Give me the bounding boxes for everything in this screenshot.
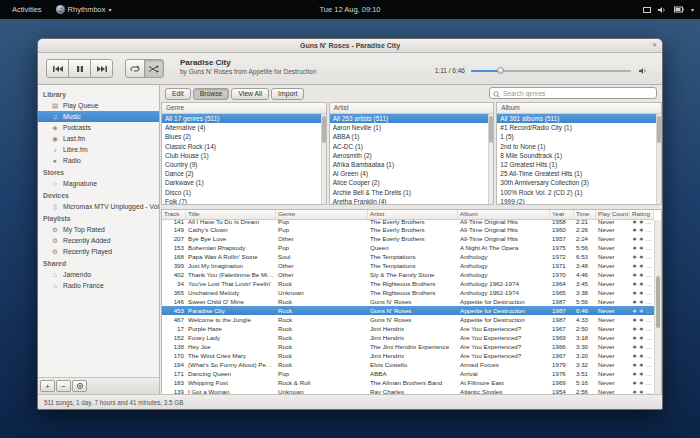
cell-rating[interactable]: ∗∗∗∗∗ — [630, 235, 654, 242]
view-all-button[interactable]: View All — [231, 88, 269, 100]
sidebar-item-recently-added[interactable]: ⚙Recently Added — [38, 235, 159, 246]
cell-rating[interactable]: ∗∗∗∗∗ — [630, 352, 654, 359]
cell-rating[interactable]: ∗∗∗∗∗ — [630, 343, 654, 350]
browser-row[interactable]: Aretha Franklin (4) — [330, 197, 489, 205]
sidebar-item-recently-played[interactable]: ⚙Recently Played — [38, 246, 159, 257]
track-row[interactable]: 168Papa Was A Rollin' StoneSoulThe Tempt… — [162, 252, 654, 261]
sidebar-item-play-queue[interactable]: ▤Play Queue — [38, 100, 159, 111]
cell-rating[interactable]: ∗∗∗∗∗ — [630, 325, 654, 332]
shuffle-button[interactable] — [144, 59, 164, 78]
browser-row[interactable]: Afrika Bambaataa (1) — [330, 160, 489, 169]
column-header-title[interactable]: Title — [186, 210, 276, 219]
repeat-button[interactable] — [125, 59, 145, 78]
sidebar-item-jamendo[interactable]: ⌂Jamendo — [38, 269, 159, 280]
sidebar-item-radio[interactable]: ●Radio — [38, 155, 159, 166]
cell-rating[interactable]: ∗∗∗∗∗ — [630, 244, 654, 251]
browser-row[interactable]: 30th Anniversary Collection (3) — [497, 178, 656, 187]
properties-button[interactable] — [72, 380, 87, 392]
volume-icon[interactable] — [658, 6, 667, 14]
previous-button[interactable] — [46, 59, 69, 78]
browser-pane-scrollbar[interactable] — [488, 114, 493, 204]
sidebar-item-radio-france[interactable]: ⌂Radio France — [38, 280, 159, 291]
app-menu[interactable]: ♫ Rhythmbox ▾ — [56, 5, 112, 14]
import-button[interactable]: Import — [271, 88, 304, 100]
browser-row[interactable]: Club House (1) — [162, 151, 321, 160]
browser-row[interactable]: Classic Rock (14) — [162, 142, 321, 151]
sidebar-item-last-fm[interactable]: ◉Last.fm — [38, 133, 159, 144]
sidebar-item-podcasts[interactable]: ◈Podcasts — [38, 122, 159, 133]
track-row[interactable]: 453Paradise CityRockGuns N' RosesAppetit… — [162, 306, 654, 315]
column-header-track[interactable]: Track — [162, 210, 186, 219]
track-row[interactable]: 399Just My ImaginationOtherThe Temptatio… — [162, 261, 654, 270]
browser-pane-scrollbar[interactable] — [321, 114, 326, 204]
browser-row[interactable]: Dance (2) — [162, 169, 321, 178]
browser-pane-scrollbar[interactable] — [656, 114, 661, 204]
track-row[interactable]: 149Cathy's ClownPopThe Everly BrothersAl… — [162, 225, 654, 234]
sidebar-item-magnatune[interactable]: ○Magnatune — [38, 178, 159, 189]
column-header-album[interactable]: Album — [458, 210, 550, 219]
track-row[interactable]: 152Foxey LadyRockJimi HendrixAre You Exp… — [162, 333, 654, 342]
browser-row[interactable]: 25 All-Time Greatest Hits (1) — [497, 169, 656, 178]
close-window-button[interactable]: × — [652, 40, 657, 49]
track-row[interactable]: 139I Got a WomanUnknownRay CharlesAtlant… — [162, 387, 654, 394]
browser-row[interactable]: All 253 artists (511) — [330, 114, 489, 123]
track-table-header[interactable]: TrackTitleGenreArtistAlbumYearTimePlay C… — [162, 210, 654, 220]
track-row[interactable]: 402Thank You (Falettinme Be Mice Elf Ag.… — [162, 270, 654, 279]
pause-button[interactable] — [68, 59, 91, 78]
scrollbar-thumb[interactable] — [656, 276, 660, 328]
sidebar-item-my-top-rated[interactable]: ⚙My Top Rated — [38, 224, 159, 235]
track-row[interactable]: 17Purple HazeRockJimi HendrixAre You Exp… — [162, 324, 654, 333]
add-playlist-button[interactable]: + — [40, 380, 55, 392]
cell-rating[interactable]: ∗∗∗∗∗ — [630, 280, 654, 287]
search-box[interactable] — [489, 87, 657, 99]
track-row[interactable]: 467Welcome to the JungleRockGuns N' Rose… — [162, 315, 654, 324]
browser-row[interactable]: Blues (2) — [162, 132, 321, 141]
column-header-year[interactable]: Year — [550, 210, 574, 219]
browse-button[interactable]: Browse — [193, 88, 230, 100]
browser-row[interactable]: ABBA (1) — [330, 132, 489, 141]
browser-row[interactable]: 1 (5) — [497, 132, 656, 141]
browser-row[interactable]: All 361 albums (511) — [497, 114, 656, 123]
cell-rating[interactable]: ∗∗∗∗∗ — [630, 307, 654, 314]
browser-row[interactable]: 8 Mile Soundtrack (1) — [497, 151, 656, 160]
window-switcher-icon[interactable] — [643, 6, 651, 14]
browser-row[interactable]: 1999 (2) — [497, 197, 656, 205]
seek-slider[interactable] — [471, 66, 631, 75]
cell-rating[interactable]: ∗∗∗∗∗ — [630, 262, 654, 269]
browser-row[interactable]: 2nd to None (1) — [497, 142, 656, 151]
track-row[interactable]: 183Whipping PostRock & RollThe Allman Br… — [162, 378, 654, 387]
browser-row[interactable]: Country (9) — [162, 160, 321, 169]
browser-row[interactable]: AC-DC (1) — [330, 142, 489, 151]
window-titlebar[interactable]: Guns N' Roses - Paradise City × — [38, 39, 662, 53]
browser-row[interactable]: Al Green (4) — [330, 169, 489, 178]
search-input[interactable] — [503, 90, 653, 97]
system-menu-chevron-icon[interactable]: ▾ — [691, 6, 694, 13]
browser-row[interactable]: #1 Record/Radio City (1) — [497, 123, 656, 132]
cell-rating[interactable]: ∗∗∗∗∗ — [630, 226, 654, 233]
edit-button[interactable]: Edit — [165, 88, 191, 100]
track-row[interactable]: 170The Wind Cries MaryRockJimi HendrixAr… — [162, 351, 654, 360]
battery-icon[interactable] — [674, 6, 684, 13]
browser-row[interactable]: Aerosmith (2) — [330, 151, 489, 160]
cell-rating[interactable]: ∗∗∗∗∗ — [630, 334, 654, 341]
sidebar-item-music[interactable]: ♫Music — [38, 111, 159, 122]
browser-row[interactable]: Folk (7) — [162, 197, 321, 205]
column-header-artist[interactable]: Artist — [368, 210, 458, 219]
browser-row[interactable]: Alice Cooper (2) — [330, 178, 489, 187]
remove-playlist-button[interactable]: − — [56, 380, 71, 392]
sidebar-item-libre-fm[interactable]: ♪Libre.fm — [38, 144, 159, 155]
clock[interactable]: Tue 12 Aug, 09:10 — [319, 0, 380, 19]
browser-row[interactable]: Aaron Neville (1) — [330, 123, 489, 132]
sidebar-item-micromax-mtv-unplugged-vol-1[interactable]: ▯Micromax MTV Unplugged - Vol. 1 — [38, 201, 159, 212]
cell-rating[interactable]: ∗∗∗∗∗ — [630, 316, 654, 323]
browser-pane-header[interactable]: Artist — [330, 103, 494, 114]
activities-button[interactable]: Activities — [8, 3, 46, 16]
column-header-time[interactable]: Time — [574, 210, 596, 219]
browser-row[interactable]: Archie Bell & The Drells (1) — [330, 188, 489, 197]
track-row[interactable]: 207Bye Bye LoveOtherThe Everly BrothersA… — [162, 234, 654, 243]
cell-rating[interactable]: ∗∗∗∗∗ — [630, 298, 654, 305]
column-header-play-count[interactable]: Play Count — [596, 210, 630, 219]
seek-handle[interactable] — [497, 67, 504, 74]
track-table-scrollbar[interactable] — [654, 220, 661, 394]
cell-rating[interactable]: ∗∗∗∗∗ — [630, 361, 654, 368]
